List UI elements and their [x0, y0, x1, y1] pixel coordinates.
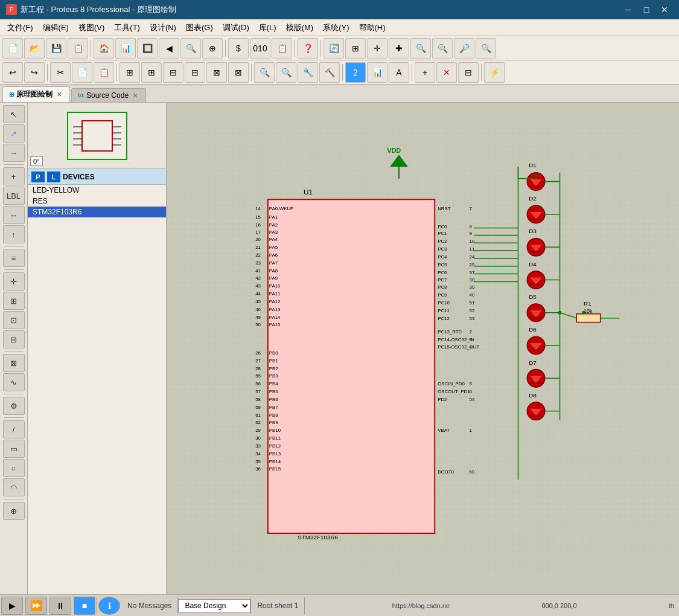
- sep10: [481, 64, 482, 81]
- menu-h[interactable]: 帮助(H): [354, 21, 391, 35]
- design-dropdown[interactable]: Base Design: [178, 599, 250, 612]
- wire-tool[interactable]: +: [3, 167, 25, 185]
- annotate-btn[interactable]: 🔍: [276, 62, 296, 83]
- menu-d[interactable]: 调试(D): [218, 21, 254, 35]
- config-btn[interactable]: ⊕: [202, 38, 223, 59]
- label-tool[interactable]: ↔: [3, 206, 25, 224]
- info-button[interactable]: ℹ: [98, 597, 120, 615]
- close-button[interactable]: ✕: [656, 2, 673, 17]
- component-tool[interactable]: ↗: [3, 124, 25, 143]
- zoom-out-btn[interactable]: 🔍: [432, 38, 453, 59]
- device-led-yellow[interactable]: LED-YELLOW: [28, 185, 166, 196]
- align-right-btn[interactable]: ⊞: [141, 62, 162, 83]
- new-btn[interactable]: 📄: [2, 38, 23, 59]
- run2-btn[interactable]: 📋: [272, 38, 292, 59]
- menu-m[interactable]: 模版(M): [281, 21, 319, 35]
- svg-text:44: 44: [255, 291, 261, 297]
- svg-text:8: 8: [470, 224, 473, 229]
- align-h-btn[interactable]: ⊠: [206, 62, 227, 83]
- menu-y[interactable]: 系统(Y): [318, 21, 354, 35]
- save-as-btn[interactable]: 📋: [68, 38, 88, 59]
- sim-btn[interactable]: ⚡: [484, 62, 505, 83]
- canvas-area[interactable]: VDD U1 14 15 16 17 20 21 22 23 41 42 43 …: [167, 103, 679, 594]
- align-bottom-btn[interactable]: ⊟: [185, 62, 205, 83]
- menu-f[interactable]: 文件(F): [2, 21, 38, 35]
- copy-btn[interactable]: 📄: [72, 62, 92, 83]
- menu-g[interactable]: 图表(G): [181, 21, 218, 35]
- menu-e[interactable]: 编辑(E): [38, 21, 74, 35]
- probe-btn[interactable]: 2: [345, 62, 366, 83]
- hier-tool[interactable]: ⊟: [3, 330, 25, 348]
- help-btn[interactable]: ❓: [298, 38, 318, 59]
- align-left-btn[interactable]: ⊞: [120, 62, 140, 83]
- align-v-btn[interactable]: ⊠: [228, 62, 249, 83]
- print-btn[interactable]: 🏠: [94, 38, 114, 59]
- bus2-tool[interactable]: ⊞: [3, 292, 25, 310]
- paste-btn[interactable]: 📋: [94, 62, 114, 83]
- add-part-btn[interactable]: +: [415, 62, 435, 83]
- graph2-tool[interactable]: ⊠: [3, 354, 25, 372]
- save-btn[interactable]: 💾: [46, 38, 66, 59]
- tab-schematic[interactable]: ⊞ 原理图绘制 ✕: [2, 86, 70, 102]
- minimize-button[interactable]: ─: [620, 2, 637, 17]
- pause-button[interactable]: ⏸: [49, 597, 71, 615]
- align-top-btn[interactable]: ⊟: [163, 62, 183, 83]
- power-tool[interactable]: ≡: [3, 249, 25, 267]
- svg-text:23: 23: [255, 260, 261, 266]
- circle-tool[interactable]: ○: [3, 459, 25, 477]
- digital-btn[interactable]: 010: [250, 38, 270, 59]
- maximize-button[interactable]: □: [638, 2, 655, 17]
- device-stm32[interactable]: STM32F103R6: [28, 207, 166, 217]
- bom-btn[interactable]: ◀: [159, 38, 179, 59]
- l-button[interactable]: L: [47, 172, 60, 182]
- nav2-btn[interactable]: ⊞: [345, 38, 366, 59]
- tab-source[interactable]: 01 Source Code ✕: [71, 88, 146, 102]
- menu-t[interactable]: 工具(T): [109, 21, 145, 35]
- device-res[interactable]: RES: [28, 196, 166, 207]
- tool-btn[interactable]: 🔨: [319, 62, 340, 83]
- search-btn[interactable]: 🔍: [254, 62, 275, 83]
- bus-tool[interactable]: LBL: [3, 187, 25, 205]
- menu-n[interactable]: 设计(N): [145, 21, 181, 35]
- step-button[interactable]: ⏩: [25, 597, 47, 615]
- play-button[interactable]: ▶: [1, 597, 23, 615]
- select-tool[interactable]: ↖: [3, 105, 25, 123]
- sep3: [295, 40, 295, 57]
- junction-tool[interactable]: →: [3, 144, 25, 162]
- zoom-area-btn[interactable]: 🔍: [476, 38, 496, 59]
- graph-btn[interactable]: 📊: [367, 62, 387, 83]
- prop-btn[interactable]: ⊟: [458, 62, 479, 83]
- zoom-fit-btn[interactable]: 🔎: [454, 38, 474, 59]
- stop-button[interactable]: ■: [74, 597, 95, 615]
- wire-btn[interactable]: 🔧: [298, 62, 318, 83]
- source-tab-close[interactable]: ✕: [131, 91, 139, 100]
- p-button[interactable]: P: [31, 172, 45, 182]
- up-tool[interactable]: ↑: [3, 225, 25, 243]
- probe2-tool[interactable]: ✛: [3, 272, 25, 290]
- sym-tool[interactable]: ⊕: [3, 502, 25, 520]
- rect-tool[interactable]: ▭: [3, 440, 25, 458]
- port-tool[interactable]: ⊡: [3, 311, 25, 329]
- del-part-btn[interactable]: ✕: [436, 62, 457, 83]
- menu-v[interactable]: 视图(V): [74, 21, 109, 35]
- zoom-in-btn[interactable]: 🔍: [410, 38, 431, 59]
- bill-btn[interactable]: $: [228, 38, 249, 59]
- zoom-btn[interactable]: 🔍: [180, 38, 201, 59]
- line-tool[interactable]: /: [3, 420, 25, 438]
- nav1-btn[interactable]: 🔄: [324, 38, 344, 59]
- nav4-btn[interactable]: ✚: [389, 38, 409, 59]
- nav3-btn[interactable]: ✛: [367, 38, 387, 59]
- export-btn[interactable]: 📊: [115, 38, 136, 59]
- tape-tool[interactable]: ∿: [3, 373, 25, 391]
- schematic-tab-close[interactable]: ✕: [55, 91, 63, 99]
- arc-tool[interactable]: ◠: [3, 478, 25, 496]
- undo-btn[interactable]: ↩: [2, 62, 23, 83]
- svg-text:29: 29: [255, 428, 261, 433]
- netlist-btn[interactable]: 🔲: [137, 38, 158, 59]
- redo-btn[interactable]: ↪: [24, 62, 45, 83]
- gen-tool[interactable]: ⚙: [3, 397, 25, 415]
- text-btn[interactable]: A: [389, 62, 409, 83]
- cut-btn[interactable]: ✂: [50, 62, 71, 83]
- menu-l[interactable]: 库(L): [254, 21, 281, 35]
- open-btn[interactable]: 📂: [24, 38, 45, 59]
